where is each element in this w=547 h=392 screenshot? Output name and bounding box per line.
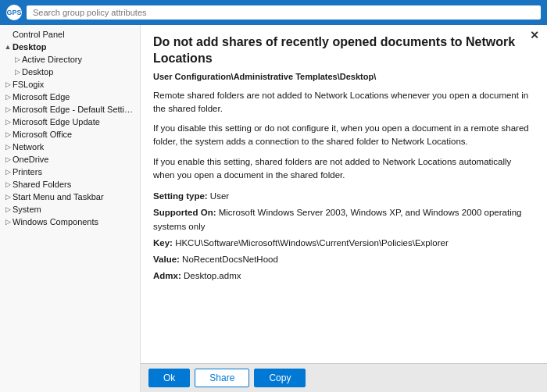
search-input[interactable] (27, 5, 541, 20)
sidebar: Control Panel▲Desktop▷Active Directory▷D… (0, 25, 141, 392)
app-logo: GPS (6, 5, 22, 20)
sidebar-item-onedrive[interactable]: ▷OneDrive (0, 153, 140, 166)
sidebar-label-start-menu: Start Menu and Taskbar (13, 192, 104, 201)
setting-type: Setting type: User (153, 190, 534, 203)
sidebar-item-active-directory[interactable]: ▷Active Directory (0, 53, 140, 66)
main-layout: Control Panel▲Desktop▷Active Directory▷D… (0, 25, 547, 392)
sidebar-label-microsoft-office: Microsoft Office (13, 130, 72, 139)
sidebar-item-printers[interactable]: ▷Printers (0, 166, 140, 178)
share-button[interactable]: Share (195, 369, 249, 387)
sidebar-arrow-fslogix: ▷ (3, 80, 13, 89)
value-label: Value: (153, 255, 180, 264)
sidebar-label-shared-folders: Shared Folders (13, 180, 71, 189)
value-field: Value: NoRecentDocsNetHood (153, 253, 534, 266)
admx-value: Desktop.admx (184, 271, 241, 280)
sidebar-arrow-onedrive: ▷ (3, 155, 13, 164)
description-paragraph: If you disable this setting or do not co… (153, 122, 534, 149)
sidebar-item-control-panel[interactable]: Control Panel (0, 28, 140, 41)
key-label: Key: (153, 238, 173, 248)
close-button[interactable]: ✕ (530, 30, 539, 41)
sidebar-item-microsoft-edge[interactable]: ▷Microsoft Edge (0, 91, 140, 103)
sidebar-item-desktop[interactable]: ▲Desktop (0, 41, 140, 53)
sidebar-arrow-microsoft-edge-update: ▷ (3, 117, 13, 127)
admx-label: Admx: (153, 271, 181, 280)
policy-path: User Configuration\Administrative Templa… (153, 72, 534, 81)
sidebar-item-system[interactable]: ▷System (0, 203, 140, 216)
sidebar-label-desktop-sub: Desktop (22, 67, 53, 77)
sidebar-label-active-directory: Active Directory (22, 55, 82, 64)
sidebar-arrow-shared-folders: ▷ (3, 180, 13, 189)
description-paragraph: Remote shared folders are not added to N… (153, 89, 534, 116)
copy-button[interactable]: Copy (254, 369, 306, 387)
policy-description: Remote shared folders are not added to N… (153, 89, 534, 183)
policy-title: Do not add shares of recently opened doc… (153, 34, 534, 67)
ok-button[interactable]: Ok (148, 369, 190, 387)
sidebar-label-microsoft-edge-default: Microsoft Edge - Default Settings (us (13, 105, 137, 114)
sidebar-label-microsoft-edge: Microsoft Edge (13, 92, 70, 102)
key-field: Key: HKCU\Software\Microsoft\Windows\Cur… (153, 237, 534, 250)
sidebar-item-microsoft-edge-default[interactable]: ▷Microsoft Edge - Default Settings (us (0, 103, 140, 116)
sidebar-item-network[interactable]: ▷Network (0, 141, 140, 153)
sidebar-item-microsoft-edge-update[interactable]: ▷Microsoft Edge Update (0, 116, 140, 128)
setting-type-value: User (210, 191, 229, 201)
sidebar-item-shared-folders[interactable]: ▷Shared Folders (0, 178, 140, 191)
sidebar-arrow-system: ▷ (3, 205, 13, 214)
sidebar-arrow-network: ▷ (3, 142, 13, 151)
supported-on: Supported On: Microsoft Windows Server 2… (153, 206, 534, 233)
key-value: HKCU\Software\Microsoft\Windows\CurrentV… (175, 238, 449, 248)
sidebar-label-desktop: Desktop (13, 42, 46, 52)
sidebar-item-fslogix[interactable]: ▷FSLogix (0, 78, 140, 91)
sidebar-arrow-desktop-sub: ▷ (13, 67, 22, 77)
content-panel: ✕ Do not add shares of recently opened d… (141, 25, 547, 392)
admx-field: Admx: Desktop.admx (153, 269, 534, 283)
content-body: Do not add shares of recently opened doc… (141, 25, 547, 363)
sidebar-label-fslogix: FSLogix (13, 80, 44, 89)
title-bar: GPS (0, 0, 547, 25)
setting-type-label: Setting type: (153, 191, 208, 201)
sidebar-label-control-panel: Control Panel (13, 30, 65, 39)
value-value: NoRecentDocsNetHood (182, 255, 278, 264)
sidebar-label-network: Network (13, 142, 44, 151)
sidebar-arrow-start-menu: ▷ (3, 192, 13, 201)
description-paragraph: If you enable this setting, shared folde… (153, 155, 534, 183)
sidebar-arrow-microsoft-edge: ▷ (3, 92, 13, 102)
sidebar-arrow-active-directory: ▷ (13, 55, 22, 64)
sidebar-label-system: System (13, 205, 41, 214)
sidebar-item-start-menu[interactable]: ▷Start Menu and Taskbar (0, 191, 140, 203)
sidebar-arrow-microsoft-edge-default: ▷ (3, 105, 13, 114)
sidebar-item-microsoft-office[interactable]: ▷Microsoft Office (0, 128, 140, 141)
sidebar-label-microsoft-edge-update: Microsoft Edge Update (13, 117, 100, 127)
sidebar-label-windows-components: Windows Components (13, 217, 98, 226)
sidebar-label-printers: Printers (13, 167, 42, 176)
sidebar-arrow-desktop: ▲ (3, 42, 13, 52)
sidebar-arrow-microsoft-office: ▷ (3, 130, 13, 139)
sidebar-arrow-printers: ▷ (3, 167, 13, 176)
sidebar-item-desktop-sub[interactable]: ▷Desktop (0, 66, 140, 78)
sidebar-arrow-windows-components: ▷ (3, 217, 13, 226)
sidebar-label-onedrive: OneDrive (13, 155, 48, 164)
footer-bar: Ok Share Copy (141, 363, 547, 392)
sidebar-item-windows-components[interactable]: ▷Windows Components (0, 216, 140, 228)
supported-on-label: Supported On: (153, 208, 216, 217)
